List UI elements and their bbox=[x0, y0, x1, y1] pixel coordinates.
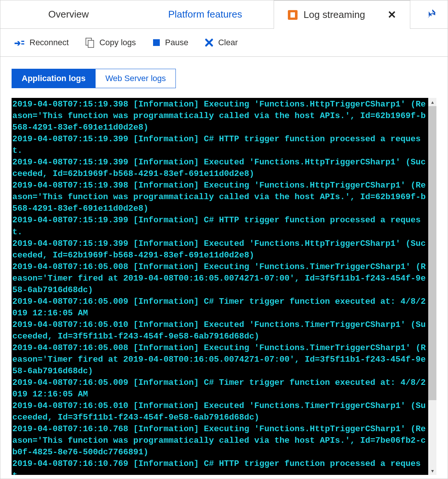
pause-icon bbox=[152, 38, 161, 47]
main-tabstrip: Overview Platform features Log streaming… bbox=[0, 0, 448, 29]
svg-rect-1 bbox=[21, 43, 24, 44]
app-service-icon bbox=[288, 10, 298, 20]
tab-logstream-label: Log streaming bbox=[304, 9, 365, 21]
tab-platform-label: Platform features bbox=[168, 9, 242, 20]
tab-platform-features[interactable]: Platform features bbox=[137, 0, 274, 28]
tab-web-server-logs[interactable]: Web Server logs bbox=[96, 69, 176, 88]
copy-icon bbox=[85, 37, 95, 48]
copy-logs-button[interactable]: Copy logs bbox=[85, 37, 136, 48]
close-tab-button[interactable]: ✕ bbox=[388, 9, 396, 21]
svg-rect-4 bbox=[153, 39, 160, 46]
reconnect-icon bbox=[14, 38, 25, 47]
reconnect-label: Reconnect bbox=[29, 38, 69, 47]
tab-overview[interactable]: Overview bbox=[0, 0, 137, 28]
reconnect-button[interactable]: Reconnect bbox=[14, 38, 69, 47]
pin-button[interactable] bbox=[426, 9, 436, 21]
pin-icon bbox=[426, 9, 436, 19]
svg-rect-3 bbox=[88, 40, 94, 47]
clear-icon bbox=[205, 38, 214, 47]
log-streaming-window: Overview Platform features Log streaming… bbox=[0, 0, 448, 479]
pause-button[interactable]: Pause bbox=[152, 38, 188, 47]
console-wrap: 2019-04-08T07:15:19.398 [Information] Ex… bbox=[12, 98, 436, 475]
scroll-down-arrow[interactable]: ▾ bbox=[428, 467, 436, 475]
toolbar: Reconnect Copy logs Pause Clear bbox=[0, 29, 448, 57]
log-console[interactable]: 2019-04-08T07:15:19.398 [Information] Ex… bbox=[12, 98, 428, 475]
app-logs-label: Application logs bbox=[22, 74, 85, 83]
svg-rect-0 bbox=[21, 41, 24, 42]
scroll-up-arrow[interactable]: ▴ bbox=[428, 98, 436, 106]
log-type-tabs: Application logs Web Server logs bbox=[12, 69, 436, 88]
clear-label: Clear bbox=[218, 38, 238, 47]
content-area: Application logs Web Server logs 2019-04… bbox=[0, 57, 448, 479]
tab-log-streaming[interactable]: Log streaming ✕ bbox=[274, 0, 410, 29]
tab-overview-label: Overview bbox=[48, 9, 88, 20]
clear-button[interactable]: Clear bbox=[205, 38, 238, 47]
pause-label: Pause bbox=[165, 38, 188, 47]
tab-application-logs[interactable]: Application logs bbox=[12, 69, 96, 88]
scrollbar[interactable]: ▴ ▾ bbox=[428, 98, 436, 475]
web-logs-label: Web Server logs bbox=[105, 74, 166, 83]
scrollbar-thumb[interactable] bbox=[428, 106, 436, 400]
copy-label: Copy logs bbox=[99, 38, 136, 47]
